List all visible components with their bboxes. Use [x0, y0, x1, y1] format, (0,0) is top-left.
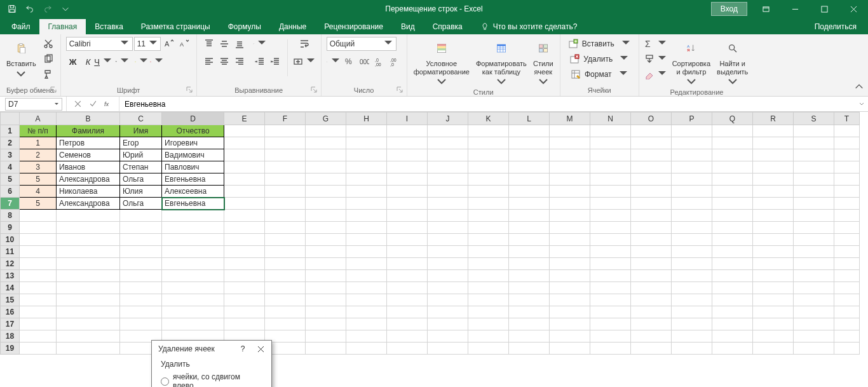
cell[interactable]	[834, 234, 860, 246]
cell[interactable]	[794, 343, 834, 355]
collapse-ribbon-button[interactable]	[854, 81, 864, 93]
cell[interactable]	[20, 210, 57, 222]
cell[interactable]	[590, 343, 631, 355]
cell[interactable]	[387, 246, 428, 258]
merge-button[interactable]	[293, 55, 316, 69]
cell[interactable]	[509, 282, 550, 294]
font-size-combo[interactable]: 11	[134, 37, 161, 51]
cell[interactable]	[550, 222, 590, 234]
cell[interactable]	[428, 343, 468, 355]
cell[interactable]: Вадимович	[162, 149, 224, 161]
cell[interactable]	[265, 186, 306, 198]
cell[interactable]	[265, 270, 306, 282]
cell[interactable]	[672, 306, 712, 318]
minimize-button[interactable]	[780, 0, 810, 18]
cell[interactable]	[794, 318, 834, 330]
column-header[interactable]: D	[162, 112, 224, 125]
cell[interactable]	[120, 246, 162, 258]
cell[interactable]	[428, 161, 468, 173]
cell[interactable]: 4	[20, 186, 57, 198]
row-header[interactable]: 10	[1, 234, 20, 246]
cell[interactable]	[346, 318, 387, 330]
cell[interactable]	[550, 210, 590, 222]
cell[interactable]	[306, 318, 346, 330]
cell[interactable]	[387, 210, 428, 222]
cell[interactable]	[590, 161, 631, 173]
number-launcher[interactable]	[397, 86, 404, 93]
cell[interactable]	[346, 270, 387, 282]
cell[interactable]	[834, 330, 860, 343]
cell[interactable]	[590, 125, 631, 137]
row-header[interactable]: 8	[1, 210, 20, 222]
cell[interactable]	[265, 173, 306, 186]
cell[interactable]	[387, 173, 428, 186]
cell[interactable]	[509, 222, 550, 234]
cell[interactable]	[550, 137, 590, 149]
paste-button[interactable]: Вставить	[5, 37, 37, 79]
cell[interactable]	[265, 282, 306, 294]
cell[interactable]	[590, 198, 631, 210]
cell[interactable]	[590, 222, 631, 234]
cell[interactable]	[20, 282, 57, 294]
cell[interactable]	[509, 343, 550, 355]
cell[interactable]	[550, 234, 590, 246]
cell[interactable]	[631, 318, 672, 330]
cell[interactable]	[468, 246, 509, 258]
borders-button[interactable]	[116, 55, 130, 69]
cell[interactable]	[468, 125, 509, 137]
cell[interactable]	[794, 222, 834, 234]
cell[interactable]	[631, 282, 672, 294]
row-header[interactable]: 6	[1, 186, 20, 198]
tab-help[interactable]: Справка	[424, 19, 471, 34]
cell[interactable]	[834, 282, 860, 294]
row-header[interactable]: 18	[1, 330, 20, 343]
cell[interactable]	[20, 246, 57, 258]
cell[interactable]	[834, 294, 860, 306]
cell[interactable]	[387, 137, 428, 149]
cell[interactable]	[306, 246, 346, 258]
row-header[interactable]: 17	[1, 318, 20, 330]
cell[interactable]	[387, 270, 428, 282]
cell[interactable]	[224, 270, 265, 282]
cell[interactable]	[428, 186, 468, 198]
cell[interactable]	[794, 258, 834, 270]
cell[interactable]	[306, 234, 346, 246]
cell[interactable]	[712, 306, 753, 318]
align-top-button[interactable]	[202, 37, 216, 51]
cell[interactable]	[265, 258, 306, 270]
cell[interactable]	[550, 270, 590, 282]
column-header[interactable]: F	[265, 112, 306, 125]
cell[interactable]	[509, 306, 550, 318]
cell[interactable]	[509, 149, 550, 161]
tab-home[interactable]: Главная	[39, 19, 86, 34]
dialog-close-button[interactable]	[256, 344, 265, 353]
cell[interactable]	[672, 294, 712, 306]
cell[interactable]	[468, 186, 509, 198]
cell[interactable]	[590, 210, 631, 222]
autosum-button[interactable]: Σ	[644, 37, 667, 51]
cell[interactable]	[265, 246, 306, 258]
cell[interactable]	[57, 330, 120, 343]
cell[interactable]	[387, 318, 428, 330]
cell[interactable]	[120, 306, 162, 318]
cell[interactable]	[794, 234, 834, 246]
save-button[interactable]	[4, 1, 20, 17]
format-cells-button[interactable]: Формат	[566, 67, 634, 81]
cell[interactable]	[306, 343, 346, 355]
cell[interactable]	[712, 198, 753, 210]
fx-button[interactable]: fx	[101, 97, 115, 111]
font-name-combo[interactable]: Calibri	[66, 37, 133, 51]
cell[interactable]: Евгеньевна	[162, 198, 224, 210]
cell[interactable]	[387, 306, 428, 318]
cell[interactable]	[346, 330, 387, 343]
cell[interactable]	[794, 161, 834, 173]
column-header[interactable]: C	[120, 112, 162, 125]
cell[interactable]	[712, 161, 753, 173]
cell[interactable]	[387, 186, 428, 198]
cell[interactable]	[120, 222, 162, 234]
font-color-button[interactable]: A	[150, 55, 164, 69]
accounting-format-button[interactable]: ₽	[327, 55, 341, 69]
cell[interactable]	[672, 149, 712, 161]
cell[interactable]	[794, 173, 834, 186]
cell[interactable]	[224, 258, 265, 270]
